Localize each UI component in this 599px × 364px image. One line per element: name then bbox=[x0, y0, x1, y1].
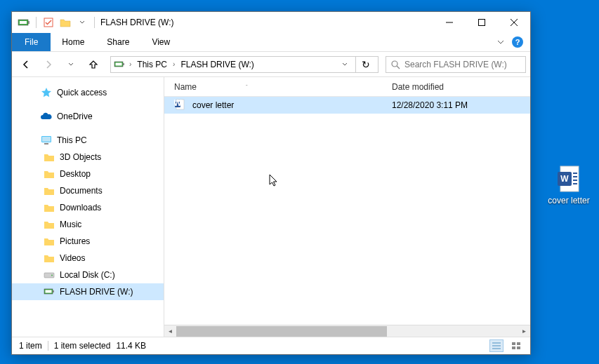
tree-quick-access[interactable]: Quick access bbox=[12, 84, 164, 101]
svg-rect-27 bbox=[512, 342, 515, 345]
tree-desktop[interactable]: Desktop bbox=[12, 166, 164, 182]
address-bar[interactable]: › This PC › FLASH DRIVE (W:) ↻ bbox=[110, 56, 379, 73]
minimize-button[interactable] bbox=[433, 12, 466, 33]
scroll-left-icon[interactable]: ◄ bbox=[164, 325, 176, 337]
svg-text:W: W bbox=[174, 99, 182, 108]
separator bbox=[36, 17, 37, 28]
qat-dropdown-icon[interactable] bbox=[74, 15, 90, 30]
tree-pictures[interactable]: Pictures bbox=[12, 233, 164, 250]
word-doc-icon: W bbox=[556, 165, 581, 193]
tab-share[interactable]: Share bbox=[96, 33, 140, 51]
status-bar: 1 item 1 item selected 11.4 KB bbox=[12, 337, 530, 354]
search-icon bbox=[390, 60, 400, 69]
pc-icon bbox=[40, 134, 53, 147]
column-date[interactable]: Date modified bbox=[392, 82, 530, 92]
tree-label: Music bbox=[60, 220, 81, 229]
disk-icon bbox=[43, 269, 55, 281]
tree-label: 3D Objects bbox=[60, 152, 101, 162]
tab-view[interactable]: View bbox=[140, 33, 181, 51]
recent-dropdown-icon[interactable] bbox=[61, 55, 81, 74]
drive-icon bbox=[114, 60, 125, 69]
tree-flash-drive[interactable]: FLASH DRIVE (W:) bbox=[12, 283, 164, 300]
svg-rect-14 bbox=[42, 137, 51, 142]
column-headers: Nameˆ Date modified bbox=[164, 77, 530, 97]
tab-home[interactable]: Home bbox=[51, 33, 96, 51]
svg-rect-28 bbox=[517, 342, 520, 345]
nav-toolbar: › This PC › FLASH DRIVE (W:) ↻ bbox=[12, 52, 530, 77]
folder-icon bbox=[43, 218, 55, 231]
chevron-right-icon[interactable]: › bbox=[170, 60, 178, 68]
svg-rect-5 bbox=[479, 20, 485, 26]
tree-label: Quick access bbox=[57, 88, 107, 97]
breadcrumb-flash-drive[interactable]: FLASH DRIVE (W:) bbox=[179, 60, 255, 69]
svg-rect-2 bbox=[28, 21, 29, 24]
status-count: 1 item bbox=[19, 341, 42, 351]
svg-rect-15 bbox=[44, 143, 48, 144]
titlebar[interactable]: FLASH DRIVE (W:) bbox=[12, 12, 530, 33]
folder-icon bbox=[43, 201, 55, 214]
window-title: FLASH DRIVE (W:) bbox=[100, 18, 173, 27]
tree-label: OneDrive bbox=[57, 112, 93, 121]
ribbon-tabs: File Home Share View ? bbox=[12, 33, 530, 52]
up-button[interactable] bbox=[84, 55, 103, 74]
tree-label: FLASH DRIVE (W:) bbox=[60, 287, 133, 297]
view-large-icons-button[interactable] bbox=[509, 339, 523, 352]
chevron-down-icon[interactable] bbox=[338, 62, 351, 67]
svg-rect-19 bbox=[46, 290, 52, 293]
search-box[interactable] bbox=[386, 56, 526, 73]
file-pane: Nameˆ Date modified W cover letter 12/28… bbox=[164, 77, 530, 337]
svg-rect-9 bbox=[116, 62, 122, 65]
refresh-button[interactable]: ↻ bbox=[355, 56, 375, 73]
svg-line-12 bbox=[397, 66, 400, 69]
tree-label: Documents bbox=[60, 186, 103, 196]
tree-documents[interactable]: Documents bbox=[12, 182, 164, 199]
maximize-button[interactable] bbox=[466, 12, 498, 33]
tree-3d-objects[interactable]: 3D Objects bbox=[12, 149, 164, 166]
file-name: cover letter bbox=[192, 100, 392, 110]
navigation-pane[interactable]: Quick access OneDrive This PC 3D Objects… bbox=[12, 77, 164, 337]
tree-downloads[interactable]: Downloads bbox=[12, 199, 164, 216]
sort-indicator-icon: ˆ bbox=[246, 83, 248, 90]
close-button[interactable] bbox=[498, 12, 530, 33]
folder-icon bbox=[43, 235, 55, 248]
status-size: 11.4 KB bbox=[116, 341, 146, 351]
file-tab[interactable]: File bbox=[12, 33, 51, 51]
svg-rect-10 bbox=[123, 63, 124, 65]
folder-icon bbox=[43, 151, 55, 163]
chevron-right-icon[interactable]: › bbox=[126, 60, 134, 68]
horizontal-scrollbar[interactable]: ◄ ► bbox=[164, 325, 530, 337]
tree-music[interactable]: Music bbox=[12, 216, 164, 233]
tree-label: Videos bbox=[60, 253, 85, 263]
svg-rect-29 bbox=[512, 346, 515, 349]
view-details-button[interactable] bbox=[489, 339, 503, 352]
forward-button[interactable] bbox=[39, 55, 58, 74]
tree-videos[interactable]: Videos bbox=[12, 250, 164, 267]
tree-local-disk[interactable]: Local Disk (C:) bbox=[12, 267, 164, 283]
separator bbox=[94, 17, 95, 28]
ribbon-expand-icon[interactable] bbox=[496, 39, 505, 45]
file-list[interactable]: W cover letter 12/28/2020 3:11 PM bbox=[164, 97, 530, 325]
tree-label: Local Disk (C:) bbox=[60, 270, 115, 280]
star-icon bbox=[40, 86, 53, 99]
search-input[interactable] bbox=[404, 60, 521, 69]
back-button[interactable] bbox=[16, 55, 36, 74]
tree-this-pc[interactable]: This PC bbox=[12, 132, 164, 149]
folder-icon bbox=[43, 252, 55, 264]
breadcrumb-this-pc[interactable]: This PC bbox=[136, 60, 169, 69]
help-button[interactable]: ? bbox=[512, 36, 523, 48]
word-doc-icon: W bbox=[174, 99, 187, 112]
drive-icon bbox=[16, 15, 32, 30]
tree-onedrive[interactable]: OneDrive bbox=[12, 108, 164, 125]
qat-properties[interactable] bbox=[41, 15, 56, 30]
scroll-right-icon[interactable]: ► bbox=[518, 325, 530, 337]
explorer-window: FLASH DRIVE (W:) File Home Share View ? … bbox=[11, 11, 531, 355]
scroll-thumb[interactable] bbox=[176, 326, 387, 337]
svg-point-11 bbox=[392, 61, 397, 67]
file-row[interactable]: W cover letter 12/28/2020 3:11 PM bbox=[164, 97, 530, 114]
drive-icon bbox=[43, 285, 55, 298]
qat-new-folder[interactable] bbox=[58, 15, 73, 30]
tree-label: Pictures bbox=[60, 236, 90, 246]
desktop-shortcut[interactable]: W cover letter bbox=[544, 165, 593, 205]
column-name[interactable]: Nameˆ bbox=[174, 82, 392, 92]
svg-rect-20 bbox=[53, 290, 54, 292]
